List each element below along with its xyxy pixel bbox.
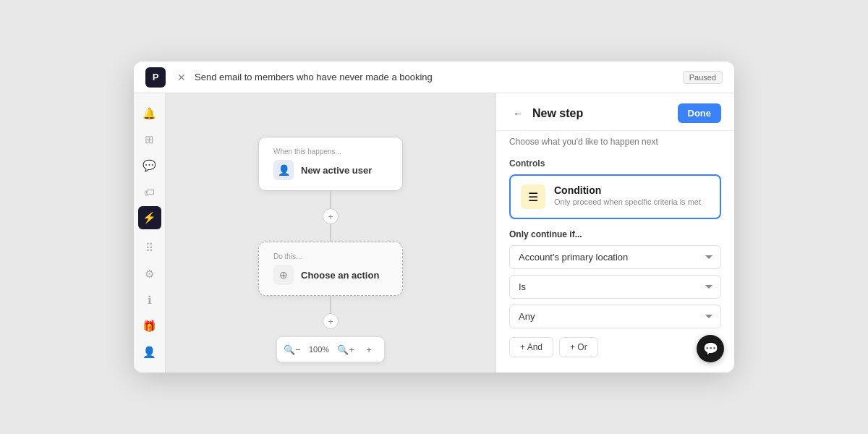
plus-connector-1[interactable]: + (323, 208, 339, 224)
panel-buttons: + And + Or (509, 337, 721, 357)
connector-line-1 (330, 191, 331, 208)
zoom-in-button[interactable]: 🔍+ (336, 340, 355, 359)
panel-header-left: ← New step (509, 105, 583, 122)
controls-label: Controls (509, 158, 721, 169)
action-node-label: Do this... (273, 252, 388, 260)
panel-body: Controls ☰ Condition Only proceed when s… (496, 151, 734, 373)
chat-bubble-button[interactable]: 💬 (697, 335, 724, 362)
value-dropdown[interactable]: Any (509, 305, 721, 328)
canvas-add-button[interactable]: + (359, 340, 378, 359)
sidebar-icon-tag[interactable]: 🏷 (138, 180, 161, 203)
location-dropdown[interactable]: Account's primary location (509, 245, 721, 269)
condition-title: Condition (554, 184, 701, 196)
right-panel: ← New step Done Choose what you'd like t… (495, 93, 734, 373)
action-node[interactable]: Do this... ⊕ Choose an action (258, 242, 403, 296)
workflow-title: Send email to members who have never mad… (195, 72, 674, 82)
trigger-node-title: New active user (301, 165, 372, 176)
sidebar-icon-chat[interactable]: 💬 (138, 154, 161, 177)
canvas-area: When this happens... 👤 New active user +… (166, 93, 495, 373)
connector-line-3 (330, 296, 331, 313)
panel-back-button[interactable]: ← (509, 105, 527, 122)
panel-subtitle: Choose what you'd like to happen next (496, 131, 734, 151)
canvas-nodes: When this happens... 👤 New active user +… (258, 137, 403, 329)
sidebar: 🔔 ⊞ 💬 🏷 ⚡ ⠿ ⚙ ℹ 🎁 👤 (134, 93, 166, 373)
operator-dropdown[interactable]: Is (509, 275, 721, 299)
sidebar-icon-bell[interactable]: 🔔 (138, 102, 161, 125)
sidebar-icon-grid[interactable]: ⊞ (138, 128, 161, 151)
canvas-toolbar: 🔍− 100% 🔍+ + (276, 336, 385, 362)
condition-icon: ☰ (521, 184, 545, 209)
title-bar: P ✕ Send email to members who have never… (134, 61, 734, 93)
or-button[interactable]: + Or (559, 337, 598, 357)
zoom-out-button[interactable]: 🔍− (283, 340, 302, 359)
action-node-content: ⊕ Choose an action (273, 265, 388, 285)
condition-description: Only proceed when specific criteria is m… (554, 197, 701, 206)
sidebar-icon-info[interactable]: ℹ (138, 289, 161, 312)
sidebar-icon-avatar[interactable]: 👤 (138, 341, 161, 364)
app-window: P ✕ Send email to members who have never… (134, 61, 734, 373)
zoom-level: 100% (306, 345, 332, 354)
sidebar-icon-apps[interactable]: ⠿ (138, 237, 161, 260)
trigger-node-icon: 👤 (273, 160, 294, 180)
status-badge: Paused (683, 71, 723, 84)
action-node-title: Choose an action (301, 270, 379, 281)
main-area: 🔔 ⊞ 💬 🏷 ⚡ ⠿ ⚙ ℹ 🎁 👤 When this happens...… (134, 93, 734, 373)
condition-card-body: Condition Only proceed when specific cri… (554, 184, 701, 206)
connector-line-2 (330, 224, 331, 242)
close-button[interactable]: ✕ (177, 72, 186, 83)
trigger-node-label: When this happens... (273, 148, 388, 156)
plus-connector-2[interactable]: + (323, 313, 339, 329)
sidebar-icon-gift[interactable]: 🎁 (138, 315, 161, 338)
action-node-icon: ⊕ (273, 265, 294, 285)
app-logo: P (145, 67, 166, 88)
trigger-node[interactable]: When this happens... 👤 New active user (258, 137, 403, 191)
only-continue-label: Only continue if... (509, 229, 721, 239)
condition-card[interactable]: ☰ Condition Only proceed when specific c… (509, 174, 721, 219)
and-button[interactable]: + And (509, 337, 553, 357)
sidebar-icon-settings[interactable]: ⚙ (138, 263, 161, 286)
panel-title: New step (532, 107, 583, 120)
sidebar-icon-bolt[interactable]: ⚡ (138, 206, 161, 229)
panel-done-button[interactable]: Done (678, 103, 722, 123)
trigger-node-content: 👤 New active user (273, 160, 388, 180)
panel-header: ← New step Done (496, 93, 734, 131)
